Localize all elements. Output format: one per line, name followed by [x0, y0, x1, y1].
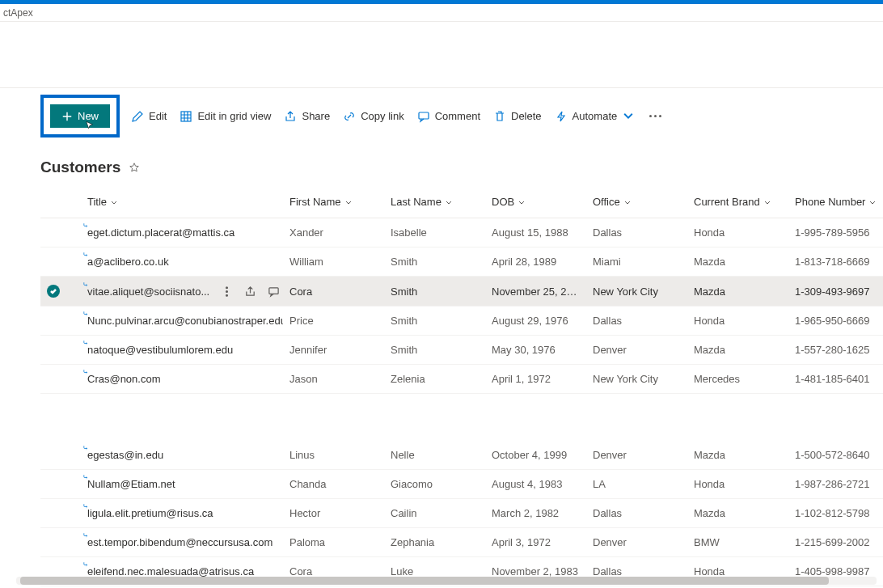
cell-brand: BMW — [687, 527, 788, 556]
cell-phone: 1-309-493-9697 — [788, 277, 883, 307]
cell-phone: 1-215-699-2002 — [788, 527, 883, 556]
title-cell[interactable]: ⤷est.tempor.bibendum@neccursusa.com — [81, 527, 283, 556]
automate-button[interactable]: Automate — [553, 107, 637, 126]
table-row[interactable]: ⤷Cras@non.comJasonZeleniaApril 1, 1972Ne… — [40, 365, 883, 394]
cell-office: Miami — [586, 247, 687, 277]
table-row[interactable]: ⤷natoque@vestibulumlorem.eduJenniferSmit… — [40, 336, 883, 365]
title-cell[interactable]: ⤷ligula.elit.pretium@risus.ca — [81, 498, 283, 527]
more-actions-button[interactable] — [646, 112, 665, 121]
cell-last: Smith — [384, 277, 485, 307]
cell-first: Xander — [283, 218, 384, 247]
col-first-name[interactable]: First Name — [283, 186, 384, 218]
scrollbar-thumb[interactable] — [20, 577, 829, 585]
delete-button[interactable]: Delete — [492, 107, 543, 126]
col-office[interactable]: Office — [586, 186, 687, 218]
cursor-icon — [84, 121, 95, 132]
comment-row-icon[interactable] — [268, 286, 280, 298]
row-select-cell[interactable] — [40, 336, 81, 365]
title-cell[interactable]: ⤷a@aclibero.co.uk — [81, 247, 283, 277]
link-mini-icon: ⤷ — [82, 531, 89, 539]
cell-dob: October 4, 1999 — [485, 441, 586, 470]
link-mini-icon: ⤷ — [82, 502, 89, 510]
col-last-name[interactable]: Last Name — [384, 186, 485, 218]
cell-phone: 1-965-950-6669 — [788, 307, 883, 336]
cell-office: New York City — [586, 277, 687, 307]
cell-phone: 1-987-286-2721 — [788, 469, 883, 498]
favorite-icon[interactable] — [129, 162, 140, 173]
row-select-cell[interactable] — [40, 365, 81, 394]
title-cell[interactable]: ⤷natoque@vestibulumlorem.edu — [81, 336, 283, 365]
cell-first: Chanda — [283, 469, 384, 498]
comment-button[interactable]: Comment — [416, 107, 482, 126]
cell-brand: Honda — [687, 218, 788, 247]
share-row-icon[interactable] — [244, 286, 256, 298]
row-select-cell[interactable] — [40, 247, 81, 277]
comment-icon — [417, 110, 430, 123]
share-icon — [284, 110, 297, 123]
col-brand[interactable]: Current Brand — [687, 186, 788, 218]
selected-check-icon — [47, 285, 60, 298]
new-button[interactable]: New — [50, 104, 110, 128]
chevron-down-icon — [622, 110, 635, 123]
title-cell[interactable]: ⤷vitae.aliquet@sociisnato... — [81, 277, 283, 307]
cell-phone: 1-557-280-1625 — [788, 336, 883, 365]
edit-icon — [131, 110, 144, 123]
copy-link-button[interactable]: Copy link — [341, 107, 405, 126]
edit-button[interactable]: Edit — [129, 107, 168, 126]
row-select-cell[interactable] — [40, 218, 81, 247]
cell-brand: Mazda — [687, 247, 788, 277]
link-mini-icon: ⤷ — [82, 310, 89, 318]
table-row[interactable]: ⤷a@aclibero.co.ukWilliamSmithApril 28, 1… — [40, 247, 883, 277]
table-row[interactable]: ⤷est.tempor.bibendum@neccursusa.comPalom… — [40, 527, 883, 556]
row-select-cell[interactable] — [40, 307, 81, 336]
cell-office: New York City — [586, 365, 687, 394]
table-row[interactable]: ⤷Nunc.pulvinar.arcu@conubianostraper.edu… — [40, 307, 883, 336]
cell-brand: Mazda — [687, 441, 788, 470]
link-mini-icon: ⤷ — [82, 561, 89, 569]
customers-table: Title First Name Last Name DOB Office Cu… — [40, 186, 883, 586]
chevron-down-icon — [623, 199, 632, 207]
cell-office: Denver — [586, 527, 687, 556]
row-select-cell[interactable] — [40, 498, 81, 527]
app-tag: ctApex — [3, 7, 33, 19]
cell-office: Dallas — [586, 498, 687, 527]
edit-grid-button[interactable]: Edit in grid view — [178, 107, 273, 126]
highlight-annotation: New — [40, 95, 120, 137]
col-phone[interactable]: Phone Number — [788, 186, 883, 218]
title-text: eleifend.nec.malesuada@atrisus.ca — [87, 565, 254, 577]
cell-last: Smith — [384, 336, 485, 365]
row-select-cell[interactable] — [40, 277, 81, 307]
cell-dob: April 28, 1989 — [485, 247, 586, 277]
title-cell[interactable]: ⤷Nunc.pulvinar.arcu@conubianostraper.edu — [81, 307, 283, 336]
cell-brand: Mazda — [687, 277, 788, 307]
table-row[interactable]: ⤷vitae.aliquet@sociisnato...CoraSmithNov… — [40, 277, 883, 307]
svg-rect-0 — [181, 112, 191, 121]
row-select-cell[interactable] — [40, 441, 81, 470]
col-dob[interactable]: DOB — [485, 186, 586, 218]
table-row[interactable]: ⤷Nullam@Etiam.netChandaGiacomoAugust 4, … — [40, 469, 883, 498]
table-row[interactable]: ⤷egestas@in.eduLinusNelleOctober 4, 1999… — [40, 441, 883, 470]
title-cell[interactable]: ⤷Nullam@Etiam.net — [81, 469, 283, 498]
title-cell[interactable]: ⤷egestas@in.edu — [81, 441, 283, 470]
cell-first: Jason — [283, 365, 384, 394]
cell-phone: 1-481-185-6401 — [788, 365, 883, 394]
cell-dob: November 25, 2000 — [485, 277, 586, 307]
row-select-cell[interactable] — [40, 469, 81, 498]
title-cell[interactable]: ⤷Cras@non.com — [81, 365, 283, 394]
cell-last: Isabelle — [384, 218, 485, 247]
table-header-row: Title First Name Last Name DOB Office Cu… — [40, 186, 883, 218]
table-row[interactable]: ⤷eget.dictum.placerat@mattis.caXanderIsa… — [40, 218, 883, 247]
horizontal-scrollbar[interactable] — [16, 577, 877, 585]
cell-phone: 1-813-718-6669 — [788, 247, 883, 277]
select-all-header[interactable] — [40, 186, 81, 218]
more-vertical-icon[interactable] — [221, 286, 233, 298]
svg-rect-5 — [269, 287, 278, 294]
title-text: eget.dictum.placerat@mattis.ca — [87, 226, 234, 239]
cell-first: Jennifer — [283, 336, 384, 365]
table-row[interactable]: ⤷ligula.elit.pretium@risus.caHectorCaili… — [40, 498, 883, 527]
row-select-cell[interactable] — [40, 527, 81, 556]
title-cell[interactable]: ⤷eget.dictum.placerat@mattis.ca — [81, 218, 283, 247]
share-button[interactable]: Share — [282, 107, 332, 126]
col-title[interactable]: Title — [81, 186, 283, 218]
chevron-down-icon — [110, 199, 118, 207]
